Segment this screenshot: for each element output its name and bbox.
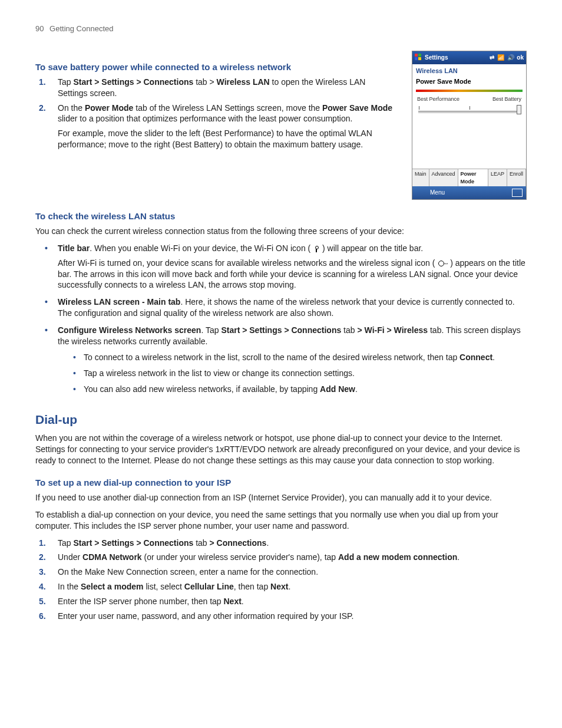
bullet-configure: Configure Wireless Networks screen. Tap … (52, 325, 527, 394)
power-save-slider[interactable] (417, 104, 521, 117)
slider-left-label: Best Performance (417, 95, 459, 103)
sub-view-change: Tap a wireless network in the list to vi… (79, 368, 527, 379)
dialup-intro: When you are not within the coverage of … (35, 433, 527, 466)
tab-main[interactable]: Main (412, 169, 429, 186)
page-number: 90 (35, 24, 44, 33)
keyboard-icon[interactable] (512, 189, 523, 197)
slider-right-label: Best Battery (492, 95, 521, 103)
sec2-intro: You can check the current wireless conne… (35, 226, 527, 237)
heading-save-battery: To save battery power while connected to… (35, 61, 396, 73)
slider-thumb[interactable] (517, 105, 521, 114)
step-2: 2. On the Power Mode tab of the Wireless… (52, 103, 396, 151)
dialup-step-5: 5. Enter the ISP server phone number, th… (52, 596, 527, 607)
ss-tray: ⇄ 📶 🔊 ok (488, 54, 524, 62)
menu-button[interactable]: Menu (430, 189, 445, 197)
dialup-step-6: 6. Enter your user name, password, and a… (52, 611, 527, 622)
volume-icon: 🔊 (507, 54, 514, 61)
windows-logo-icon (415, 54, 422, 61)
tab-power-mode[interactable]: Power Mode (458, 169, 488, 186)
wifi-on-icon (313, 245, 320, 253)
tab-enroll[interactable]: Enroll (507, 169, 526, 186)
sub-connect: To connect to a wireless network in the … (79, 352, 527, 363)
step-2-note: For example, move the slider to the left… (58, 128, 396, 150)
bullet-wlan-main: Wireless LAN screen - Main tab. Here, it… (52, 297, 527, 319)
bullet-title-bar: Title bar. When you enable Wi-Fi on your… (52, 243, 527, 291)
step-number: 2. (39, 103, 46, 114)
heading-dialup: Dial-up (35, 411, 527, 428)
sub-add-new: You can also add new wireless networks, … (79, 384, 527, 395)
ss-titlebar: Settings ⇄ 📶 🔊 ok (412, 51, 526, 64)
ss-tabs: Main Advanced Power Mode LEAP Enroll (412, 169, 526, 186)
chapter-title: Getting Connected (49, 24, 113, 33)
ok-button[interactable]: ok (517, 54, 524, 61)
bullet-title-bar-p2: After Wi-Fi is turned on, your device sc… (58, 258, 527, 291)
heading-check-status: To check the wireless LAN status (35, 210, 527, 222)
connectivity-icon: ⇄ (490, 54, 494, 61)
dialup-step-3: 3. On the Make New Connection screen, en… (52, 566, 527, 578)
tab-advanced[interactable]: Advanced (429, 169, 458, 186)
dialup-p2: To establish a dial-up connection on you… (35, 509, 527, 532)
signal-icon: 📶 (497, 54, 504, 61)
ss-gradient-bar (416, 90, 523, 92)
device-screenshot: Settings ⇄ 📶 🔊 ok Wireless LAN Power Sav… (412, 51, 527, 200)
ss-screen-name: Wireless LAN (412, 64, 526, 77)
step-number: 1. (39, 77, 46, 88)
tab-leap[interactable]: LEAP (488, 169, 507, 186)
wifi-scan-icon (437, 259, 448, 268)
ss-title: Settings (425, 54, 488, 62)
dialup-step-2: 2. Under CDMA Network (or under your wir… (52, 552, 527, 563)
page-header: 90 Getting Connected (35, 24, 527, 34)
ss-menubar: Menu (412, 186, 526, 199)
ss-subtitle: Power Save Mode (412, 76, 526, 90)
step-1: 1. Tap Start > Settings > Connections ta… (52, 77, 396, 99)
dialup-p1: If you need to use another dial-up conne… (35, 492, 527, 503)
dialup-step-4: 4. In the Select a modem list, select Ce… (52, 581, 527, 592)
heading-setup-dialup: To set up a new dial-up connection to yo… (35, 477, 527, 489)
dialup-step-1: 1. Tap Start > Settings > Connections ta… (52, 538, 527, 549)
